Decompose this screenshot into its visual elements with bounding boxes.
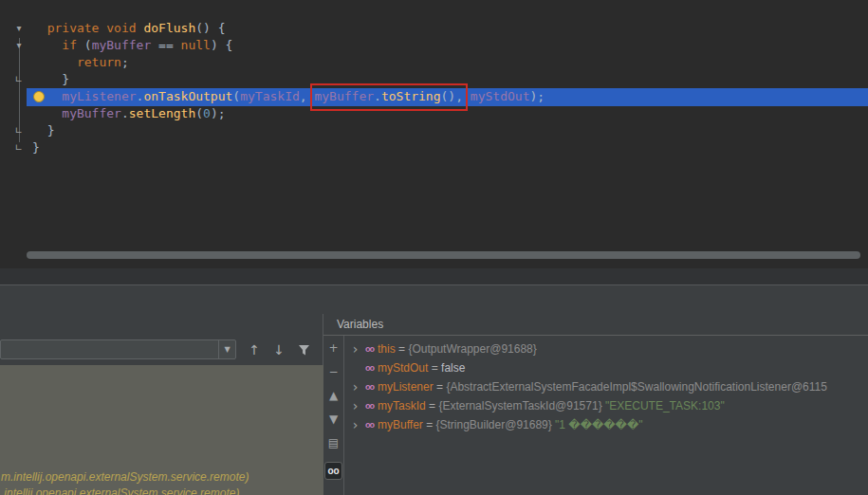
variable-name: myStdOut — [378, 358, 428, 377]
field-icon: oo — [361, 396, 378, 415]
code-line-7[interactable]: } — [32, 122, 545, 139]
intention-bulb-icon[interactable] — [33, 91, 45, 102]
variable-type-ref: {OutputWrapper@91688} — [408, 339, 536, 358]
move-up-button[interactable]: ▲ — [323, 383, 343, 407]
variable-row-myBuffer[interactable]: ›oomyBuffer = {StringBuilder@91689} "1 �… — [344, 415, 868, 434]
code-token: void — [106, 21, 136, 35]
code-token: ; — [121, 55, 129, 69]
variables-tree: ›oothis = {OutputWrapper@91688}oomyStdOu… — [344, 336, 868, 495]
variable-type-ref: {ExternalSystemTaskId@91571} — [438, 396, 601, 415]
ide-window: ▾▾∟∟∟ private void doFlush() { if (myBuf… — [0, 0, 868, 495]
move-down-button[interactable]: ▼ — [323, 407, 343, 431]
code-line-3[interactable]: return; — [32, 54, 545, 71]
code-token — [32, 106, 62, 120]
variable-name: myListener — [378, 377, 434, 396]
code-token: ( — [232, 89, 240, 103]
variable-name: myTaskId — [378, 396, 426, 415]
fold-corner-icon[interactable]: ∟ — [12, 139, 26, 156]
variable-type-ref: {AbstractExternalSystemFacadeImpl$Swallo… — [446, 377, 827, 396]
code-token — [32, 21, 47, 35]
fold-corner-icon[interactable]: ∟ — [12, 71, 26, 88]
duplicate-button[interactable]: ▤ — [323, 431, 343, 454]
code-token — [32, 38, 62, 52]
code-token: setLength — [129, 106, 195, 120]
variables-toolbar: +−▲▼▤oo — [323, 336, 343, 495]
field-icon: oo — [361, 358, 378, 377]
equals-sign: = — [428, 358, 441, 377]
code-line-5[interactable]: myListener.onTaskOutput(myTaskId, myBuff… — [32, 88, 545, 105]
expand-chevron-icon[interactable]: › — [349, 339, 361, 358]
field-icon: oo — [361, 415, 378, 434]
frames-panel: m.intellij.openapi.externalSystem.servic… — [0, 365, 323, 495]
code-token: } — [32, 140, 40, 155]
expand-chevron-icon[interactable]: › — [349, 396, 361, 415]
code-token: ); — [529, 89, 545, 103]
add-button[interactable]: + — [323, 336, 343, 359]
fold-down-icon[interactable]: ▾ — [12, 20, 26, 37]
code-token: ( — [195, 106, 203, 120]
variable-string-value: "EXECUTE_TASK:103" — [602, 396, 725, 415]
combo-arrow-icon: ▼ — [218, 340, 235, 358]
equals-sign: = — [423, 415, 436, 434]
variable-type-ref: {StringBuilder@91689} — [435, 415, 551, 434]
variable-row-this[interactable]: ›oothis = {OutputWrapper@91688} — [344, 339, 868, 358]
show-watches-toggle[interactable]: oo — [324, 462, 342, 480]
code-token: myBuffer — [62, 106, 121, 120]
code-token: onTaskOutput — [143, 89, 232, 103]
variables-panel-header: Variables — [323, 314, 868, 336]
variables-title: Variables — [337, 318, 383, 331]
code-token: == — [151, 38, 180, 52]
code-token: ) { — [211, 38, 232, 52]
code-token: } — [32, 123, 54, 138]
annotation-rectangle — [310, 83, 468, 111]
frame-up-button[interactable]: ↑ — [244, 339, 265, 360]
equals-sign: = — [396, 339, 409, 358]
variable-name: myBuffer — [378, 415, 423, 434]
variable-row-myStdOut[interactable]: oomyStdOut = false — [344, 358, 868, 377]
code-token: ); — [211, 106, 226, 120]
code-token — [32, 55, 77, 69]
frame-entry[interactable]: m.intellij.openapi.externalSystem.servic… — [1, 469, 323, 486]
filter-button[interactable] — [293, 339, 314, 360]
debugger-pane: Variables ▼ ↑ ↓ m.intellij.openapi.exter… — [0, 268, 868, 495]
frame-entry[interactable]: .intellij.openapi.externalSystem.service… — [1, 486, 323, 495]
thread-selector-combo[interactable]: ▼ — [0, 339, 236, 359]
variable-string-value: "1 ������" — [552, 415, 643, 434]
field-icon: oo — [361, 377, 378, 396]
code-line-2[interactable]: if (myBuffer == null) { — [32, 37, 545, 54]
debug-tool-window: Variables ▼ ↑ ↓ m.intellij.openapi.exter… — [0, 284, 868, 495]
code-token: myListener — [62, 89, 136, 103]
equals-sign: = — [426, 396, 439, 415]
frames-list: m.intellij.openapi.externalSystem.servic… — [1, 469, 323, 495]
code-token: ( — [77, 38, 92, 52]
code-line-6[interactable]: myBuffer.setLength(0); — [32, 105, 545, 122]
arrow-down-icon: ↓ — [273, 342, 285, 358]
expand-chevron-icon[interactable]: › — [349, 415, 361, 434]
remove-button[interactable]: − — [323, 359, 343, 383]
fold-down-icon[interactable]: ▾ — [12, 37, 26, 54]
code-token: } — [32, 72, 69, 86]
horizontal-scrollbar[interactable] — [27, 251, 860, 259]
code-line-1[interactable]: private void doFlush() { — [32, 20, 545, 37]
code-editor: ▾▾∟∟∟ private void doFlush() { if (myBuf… — [0, 0, 868, 268]
code-line-8[interactable]: } — [32, 139, 545, 156]
code-token: null — [181, 38, 211, 52]
frame-down-button[interactable]: ↓ — [268, 339, 289, 360]
code-token: private — [47, 21, 100, 35]
variable-row-myListener[interactable]: ›oomyListener = {AbstractExternalSystemF… — [344, 377, 868, 396]
code-token: return — [77, 55, 121, 69]
code-token: myBuffer — [92, 38, 152, 52]
code-lines: private void doFlush() { if (myBuffer ==… — [32, 20, 545, 156]
code-token: doFlush — [143, 21, 195, 35]
variable-name: this — [378, 339, 396, 358]
code-token: () { — [195, 21, 225, 35]
variable-row-myTaskId[interactable]: ›oomyTaskId = {ExternalSystemTaskId@9157… — [344, 396, 868, 415]
arrow-up-icon: ↑ — [249, 342, 260, 358]
code-token: . — [121, 106, 129, 120]
code-line-4[interactable]: } — [32, 71, 545, 88]
code-token: myStdOut — [471, 89, 530, 103]
expand-chevron-icon[interactable]: › — [349, 377, 361, 396]
fold-corner-icon[interactable]: ∟ — [12, 122, 26, 139]
code-token: if — [62, 38, 77, 52]
code-token: 0 — [203, 106, 211, 120]
